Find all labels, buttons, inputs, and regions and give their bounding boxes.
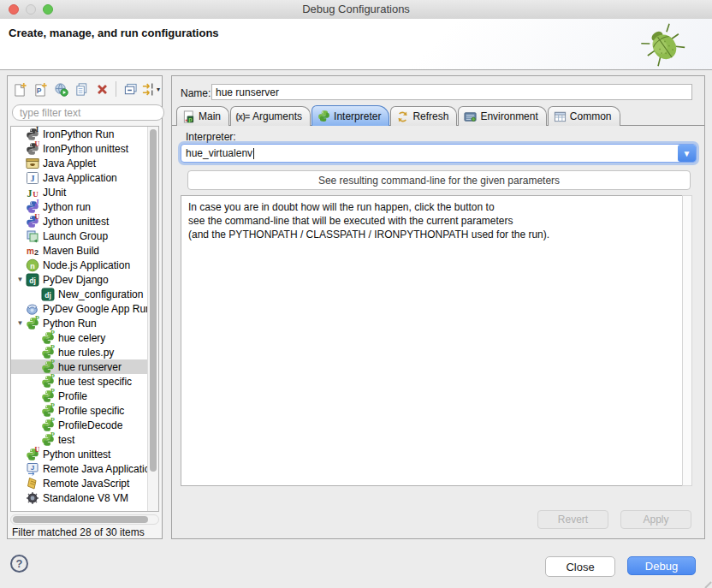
duplicate-button[interactable] [72,80,91,98]
expander-icon[interactable]: ▼ [15,276,26,283]
export-configurations-button[interactable] [51,80,70,98]
tree-item-launch-group[interactable]: Launch Group [11,229,152,243]
tree-item-label: hue celery [58,332,105,344]
close-button[interactable]: Close [545,556,615,577]
tab-label: Common [570,110,612,122]
python-run-icon: P [41,346,55,359]
tree-item-label: test [58,434,74,446]
debug-button[interactable]: Debug [627,556,696,575]
tree-item-hue-celery[interactable]: Phue celery [11,330,159,345]
tree-item-jython-run[interactable]: JJython run [11,199,152,214]
tree-item-hue-test-specific[interactable]: Phue test specific [11,374,159,389]
scrollbar-thumb[interactable] [13,516,148,523]
remote-js-icon [26,477,39,490]
see-command-line-button[interactable]: See resulting command-line for the given… [187,170,691,190]
name-input[interactable] [211,84,692,100]
launch-group-icon [26,229,39,243]
tree-item-node-js-application[interactable]: nNode.js Application [11,258,152,272]
tree-item-label: Profile specific [58,405,124,417]
tab-environment[interactable]: Environment [458,106,546,126]
chevron-down-icon[interactable]: ▼ [678,145,696,162]
expander-icon[interactable]: ▼ [15,319,26,327]
tree-item-standalone-v8-vm[interactable]: Standalone V8 VM [11,490,152,505]
tree-item-maven-build[interactable]: m2Maven Build [11,243,152,258]
interpreter-value: hue_virtualenv [181,147,252,159]
django-icon: dj [26,273,39,287]
filter-button[interactable]: ▾ [141,80,160,98]
tab-bar: pMain(x)=ArgumentsInterpreterRefreshEnvi… [176,106,621,126]
tab-interpreter[interactable]: Interpreter [312,105,389,126]
common-icon [554,110,567,123]
tree-item-ironpython-run[interactable]: IIronPython Run [11,127,152,141]
tree-item-remote-java-application[interactable]: JRemote Java Application [11,461,152,476]
python-icon [317,110,330,122]
revert-button[interactable]: Revert [537,510,608,529]
tree-item-profiledecode[interactable]: PProfileDecode [11,418,159,432]
apply-button[interactable]: Apply [620,510,691,529]
java-applet-icon [26,157,39,170]
tree-item-label: Java Application [43,172,117,184]
tree-item-jython-unittest[interactable]: UJython unittest [11,214,152,229]
filter-input[interactable] [12,104,164,121]
python-unittest-icon: U [26,448,39,461]
new-config-icon [13,82,27,97]
duplicate-icon [74,82,89,97]
svg-text:P: P [50,329,55,336]
refresh-icon [396,110,409,123]
pydev-google-icon [26,302,39,316]
tree-item-pydev-django[interactable]: ▼djPyDev Django [11,272,152,287]
tree-item-junit[interactable]: JUJUnit [11,185,152,199]
new-prototype-button[interactable]: P [31,80,50,98]
tree-item-python-unittest[interactable]: UPython unittest [11,447,152,461]
configurations-tree: IIronPython RunUIronPython unittestJava … [10,126,159,512]
tab-common[interactable]: Common [548,106,620,126]
tab-refresh[interactable]: Refresh [390,106,457,126]
tree-item-new-configuration[interactable]: djNew_configuration [11,287,159,301]
title-bar: Debug Configurations [0,0,712,20]
filter-status: Filter matched 28 of 30 items [12,526,145,538]
tree-item-label: hue runserver [58,361,122,373]
tree-item-java-application[interactable]: JJava Application [11,170,152,185]
tab-label: Arguments [252,110,302,122]
tree-item-pydev-google-app-run[interactable]: PyDev Google App Run [11,301,152,316]
tree-item-label: Node.js Application [43,259,130,271]
scrollbar-thumb[interactable] [150,129,157,472]
interpreter-combobox[interactable]: hue_virtualenv ▼ [181,144,697,163]
svg-text:P: P [50,358,55,365]
tree-item-profile[interactable]: PProfile [11,389,159,403]
tab-main[interactable]: pMain [176,106,229,126]
tab-arguments[interactable]: (x)=Arguments [230,106,311,126]
tree-horizontal-scrollbar[interactable] [10,514,159,525]
collapse-all-button[interactable] [121,80,139,98]
tree-item-python-run[interactable]: ▼PPython Run [11,316,152,330]
svg-text:dj: dj [29,276,36,284]
tree-item-label: Profile [58,390,87,402]
python-run-icon: P [41,389,55,403]
tree-item-label: JUnit [43,187,66,199]
tree-item-label: PyDev Django [43,274,109,286]
ironpython-unittest-icon: U [26,142,39,156]
infobox-scrollbar[interactable] [682,195,692,486]
tree-item-hue-rules-py[interactable]: Phue rules.py [11,345,159,359]
tree-item-test[interactable]: Ptest [11,432,159,447]
help-button[interactable]: ? [10,555,28,573]
tree-item-java-applet[interactable]: Java Applet [11,156,152,170]
resize-grip[interactable] [698,575,712,588]
tree-vertical-scrollbar[interactable] [147,127,158,511]
dropdown-arrow-icon[interactable]: ▾ [157,86,160,93]
tree-item-hue-runserver[interactable]: Phue runserver [11,359,159,374]
maven-icon: m2 [26,244,39,258]
new-configuration-button[interactable] [10,80,29,98]
tree-item-label: IronPython Run [43,128,114,140]
tree-item-label: Python unittest [43,448,110,460]
python-run-icon: P [26,317,39,330]
tree-item-profile-specific[interactable]: PProfile specific [11,403,159,418]
tree-item-label: hue rules.py [58,347,114,359]
tree-item-ironpython-unittest[interactable]: UIronPython unittest [11,141,152,156]
python-run-icon: P [41,433,55,447]
svg-text:P: P [50,343,55,351]
delete-button[interactable] [92,80,111,98]
tree-item-label: Standalone V8 VM [43,492,128,504]
svg-text:J: J [36,198,39,205]
tree-item-remote-javascript[interactable]: Remote JavaScript [11,476,152,490]
